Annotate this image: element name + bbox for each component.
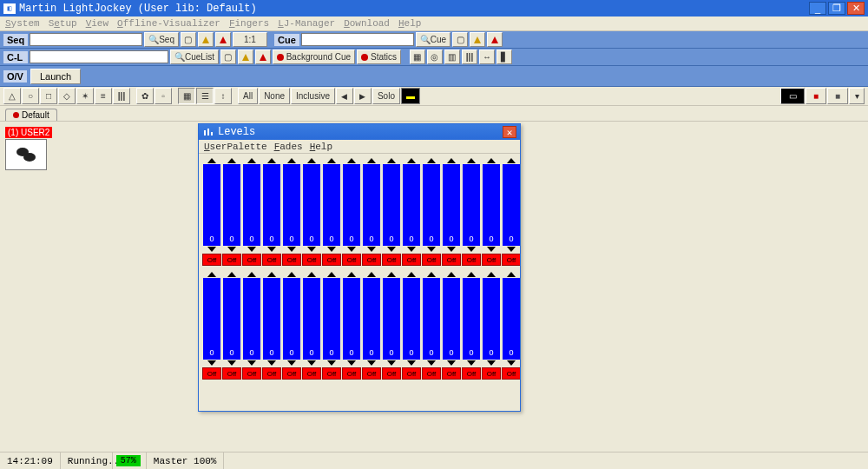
channel-down-button[interactable] [462,246,481,253]
channel-fader[interactable]: 0 [403,164,420,246]
channel-off-button[interactable]: Off [362,367,381,380]
grid1-button[interactable]: ▦ [410,50,425,64]
channel-up-button[interactable] [222,157,241,164]
channel-down-button[interactable] [402,360,421,367]
channel-up-button[interactable] [502,271,520,278]
channel-up-button[interactable] [302,157,321,164]
channel-down-button[interactable] [322,360,341,367]
channel-off-button[interactable]: Off [502,367,520,380]
channel-up-button[interactable] [322,271,341,278]
channel-fader[interactable]: 0 [503,164,520,246]
channel-fader[interactable]: 0 [323,164,340,246]
channel-off-button[interactable]: Off [302,254,321,266]
channel-down-button[interactable] [342,246,361,253]
channel-down-button[interactable] [222,360,241,367]
channel-up-button[interactable] [482,271,501,278]
sliders-icon[interactable]: ||| [462,50,477,64]
list-pressed-icon[interactable]: ☰ [196,88,214,104]
channel-off-button[interactable]: Off [322,254,341,266]
triangle-icon[interactable]: △ [3,88,21,104]
channel-up-button[interactable] [402,271,421,278]
channel-off-button[interactable]: Off [362,254,381,266]
channel-off-button[interactable]: Off [322,367,341,380]
channel-fader[interactable]: 0 [443,278,460,360]
channel-down-button[interactable] [342,360,361,367]
channel-fader[interactable]: 0 [303,164,320,246]
inclusive-button[interactable]: Inclusive [291,88,335,104]
channel-up-button[interactable] [262,271,281,278]
channel-off-button[interactable]: Off [222,254,241,266]
channel-off-button[interactable]: Off [462,254,481,266]
channel-down-button[interactable] [442,246,461,253]
channel-off-button[interactable]: Off [342,367,361,380]
channel-off-button[interactable]: Off [202,367,221,380]
channel-off-button[interactable]: Off [442,254,461,266]
grid-pressed-icon[interactable]: ▦ [178,88,195,104]
prev-button[interactable]: ◀ [336,88,353,104]
channel-up-button[interactable] [342,271,361,278]
arrow-icon[interactable]: ↕ [214,88,232,104]
channel-off-button[interactable]: Off [402,254,421,266]
channel-off-button[interactable]: Off [422,254,441,266]
channel-fader[interactable]: 0 [463,278,480,360]
channel-up-button[interactable] [442,271,461,278]
link-button[interactable]: ↔ [479,50,495,64]
star-icon[interactable]: ✶ [76,88,94,104]
channel-down-button[interactable] [302,360,321,367]
channel-fader[interactable]: 0 [383,278,400,360]
cl-tool1-button[interactable] [238,50,253,64]
channel-down-button[interactable] [402,246,421,253]
channel-down-button[interactable] [422,360,441,367]
channel-off-button[interactable]: Off [382,367,401,380]
background-cue-button[interactable]: Background Cue [273,50,355,64]
channel-fader[interactable]: 0 [263,278,280,360]
channel-fader[interactable]: 0 [423,164,440,246]
seq-tool2-button[interactable] [215,32,231,47]
seq-ratio-button[interactable]: 1:1 [233,32,267,47]
box-icon[interactable]: ▫ [155,88,172,104]
channel-up-button[interactable] [382,157,401,164]
channel-up-button[interactable] [322,157,341,164]
cl-tool2-button[interactable] [255,50,271,64]
channel-fader[interactable]: 0 [363,278,380,360]
levels-menu-userpalette[interactable]: UserPalette [204,142,267,152]
monitor-grey-icon[interactable]: ■ [827,88,848,104]
channel-off-button[interactable]: Off [482,254,501,266]
channel-fader[interactable]: 0 [343,164,360,246]
channel-off-button[interactable]: Off [422,367,441,380]
levels-titlebar[interactable]: Levels ✕ [199,124,520,140]
cue-tool2-button[interactable] [487,32,503,47]
channel-up-button[interactable] [382,271,401,278]
fixture-user2[interactable]: (1) USER2 [5,127,52,170]
channel-down-button[interactable] [442,360,461,367]
channel-fader[interactable]: 0 [223,278,240,360]
channel-fader[interactable]: 0 [263,164,280,246]
channel-up-button[interactable] [502,157,520,164]
launch-button[interactable]: Launch [30,69,81,84]
channel-down-button[interactable] [282,246,301,253]
channel-down-button[interactable] [502,360,520,367]
channel-up-button[interactable] [422,271,441,278]
channel-down-button[interactable] [482,246,501,253]
menu-system[interactable]: System [5,18,40,29]
channel-up-button[interactable] [362,271,381,278]
channel-down-button[interactable] [462,360,481,367]
tab-default[interactable]: Default [5,109,57,121]
channel-up-button[interactable] [342,157,361,164]
panel-button[interactable]: ▋ [496,50,512,64]
cue-tool1-button[interactable] [470,32,485,47]
none-button[interactable]: None [259,88,290,104]
channel-fader[interactable]: 0 [203,278,220,360]
cue-button[interactable]: 🔍Cue [416,32,450,47]
channel-fader[interactable]: 0 [203,164,220,246]
channel-down-button[interactable] [222,246,241,253]
channel-down-button[interactable] [242,360,261,367]
channel-down-button[interactable] [362,360,381,367]
channel-fader[interactable]: 0 [423,278,440,360]
solo-color-button[interactable]: ▬ [401,88,420,104]
channel-down-button[interactable] [262,246,281,253]
channel-up-button[interactable] [242,271,261,278]
menu-offline[interactable]: Offline-Visualizer [117,18,220,29]
bars2-icon[interactable]: ≡ [95,88,112,104]
target-button[interactable]: ◎ [427,50,443,64]
